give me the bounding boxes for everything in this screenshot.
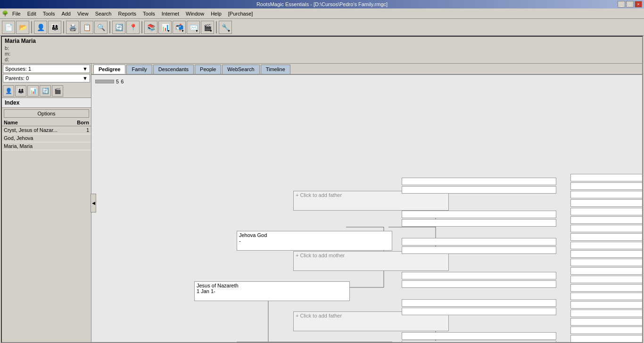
gen3-box[interactable] <box>402 308 556 315</box>
gen4-box[interactable] <box>570 216 642 224</box>
person-box-maria[interactable]: Maria Maria <box>237 342 392 342</box>
tab-websearch[interactable]: WebSearch <box>222 65 259 74</box>
list-item[interactable]: Maria, Maria <box>2 142 91 150</box>
chart-button[interactable]: 📊▼ <box>158 21 172 34</box>
parents-dropdown[interactable]: Parents: 0 ▼ <box>3 74 90 82</box>
menu-purchase[interactable]: [Purchase] <box>225 10 256 17</box>
gen4-box[interactable] <box>570 335 642 342</box>
gen4-box[interactable] <box>570 276 642 283</box>
refresh-icon-btn[interactable]: 🔄 <box>40 85 51 97</box>
gen3-box[interactable] <box>402 219 556 227</box>
scroll-bar-mini[interactable] <box>95 80 114 83</box>
gen3-box[interactable] <box>402 272 556 279</box>
scroll-indicator: 5 6 <box>95 79 124 84</box>
gen4-box[interactable] <box>570 259 642 266</box>
tab-family[interactable]: Family <box>126 65 152 74</box>
settings-button[interactable]: 🔧▼ <box>219 21 232 34</box>
gen3-box[interactable] <box>402 299 556 307</box>
gen4-box[interactable] <box>570 310 642 317</box>
chart-icon-btn[interactable]: 📊 <box>27 85 39 97</box>
main-area: Pedigree Family Descendants People WebSe… <box>91 64 642 342</box>
gen3-box[interactable] <box>402 280 556 288</box>
maximize-button[interactable]: □ <box>626 1 634 8</box>
app-title: RootsMagic Essentials - [D:\Cursos\Pedro… <box>256 1 388 7</box>
gen4-box[interactable] <box>570 250 642 258</box>
tab-timeline[interactable]: Timeline <box>261 65 290 74</box>
gen3-box[interactable] <box>402 332 556 340</box>
gen3-box[interactable] <box>402 238 556 245</box>
gen4-box[interactable] <box>570 293 642 300</box>
family-button[interactable]: 👨‍👩‍👧 <box>48 21 61 34</box>
menu-reports[interactable]: Reports <box>115 10 139 17</box>
chevron-down-icon: ▼ <box>83 75 88 81</box>
gen4-box[interactable] <box>570 182 642 190</box>
gen4-box[interactable] <box>570 301 642 309</box>
open-button[interactable]: 📂 <box>16 21 29 34</box>
tab-people[interactable]: People <box>195 65 221 74</box>
search-button[interactable]: 🔍 <box>94 21 107 34</box>
gen3-box[interactable] <box>402 178 556 185</box>
pin-button[interactable]: 📍 <box>126 21 140 34</box>
pedigree-view[interactable]: 5 6 <box>91 75 642 342</box>
gen4-box[interactable] <box>570 199 642 207</box>
close-button[interactable]: × <box>635 1 642 8</box>
name-column-header: Name <box>4 120 73 125</box>
gen3-box[interactable] <box>402 341 556 342</box>
gen3-box[interactable] <box>402 246 556 254</box>
gen4-box[interactable] <box>570 233 642 241</box>
sidebar-dropdowns: Spouses: 1 ▼ Parents: 0 ▼ <box>2 64 91 84</box>
list-item[interactable]: God, Jehova <box>2 134 91 142</box>
menu-search[interactable]: Search <box>92 10 115 17</box>
index-header: Index <box>2 98 91 108</box>
tab-descendants[interactable]: Descendants <box>153 65 194 74</box>
add-father-1-box[interactable]: + Click to add father <box>293 191 449 211</box>
gen4-box[interactable] <box>570 191 642 198</box>
sidebar-collapse-button[interactable]: ◀ <box>91 194 96 212</box>
person-icon-btn[interactable]: 👤 <box>3 85 14 97</box>
list-item[interactable]: Cryst, Jesus of Nazar... 1 <box>2 126 91 134</box>
media-button[interactable]: 🎬▼ <box>201 21 214 34</box>
gen4-box[interactable] <box>570 208 642 215</box>
person-box-jehova[interactable]: Jehova God - <box>237 231 392 251</box>
gen3-box[interactable] <box>402 211 556 218</box>
spouses-dropdown[interactable]: Spouses: 1 ▼ <box>3 65 90 73</box>
menu-view[interactable]: View <box>74 10 91 17</box>
report2-button[interactable]: 📬▼ <box>173 21 186 34</box>
tab-pedigree[interactable]: Pedigree <box>93 65 125 74</box>
index-list: Cryst, Jesus of Nazar... 1 God, Jehova M… <box>2 126 91 342</box>
birth-info: b: <box>5 45 639 51</box>
person-button[interactable]: 👤 <box>34 21 47 34</box>
gen4-box[interactable] <box>570 327 642 334</box>
title-bar: RootsMagic Essentials - [D:\Cursos\Pedro… <box>0 0 644 8</box>
menu-file[interactable]: File <box>9 10 24 17</box>
print-button[interactable]: 🖨️ <box>66 21 79 34</box>
minimize-button[interactable]: _ <box>618 1 625 8</box>
menu-help[interactable]: Help <box>208 10 224 17</box>
gen4-box[interactable] <box>570 318 642 326</box>
gen4-box[interactable] <box>570 284 642 292</box>
media-icon-btn[interactable]: 🎬 <box>52 85 63 97</box>
title-bar-controls[interactable]: _ □ × <box>618 1 642 8</box>
gen3-box[interactable] <box>402 186 556 194</box>
gen4-box[interactable] <box>570 267 642 275</box>
gen4-box[interactable] <box>570 174 642 181</box>
family-icon-btn[interactable]: 👨‍👩‍👧 <box>15 85 26 97</box>
refresh-button[interactable]: 🔄 <box>112 21 125 34</box>
person-box-jesus[interactable]: Jesus of Nazareth 1 Jan 1- <box>194 281 350 301</box>
menu-edit[interactable]: Edit <box>25 10 39 17</box>
mail-button[interactable]: ✉️▼ <box>187 21 200 34</box>
menu-tools-1[interactable]: Tools <box>40 10 58 17</box>
new-button[interactable]: 📄 <box>2 21 15 34</box>
gen4-box[interactable] <box>570 225 642 232</box>
menu-add[interactable]: Add <box>58 10 74 17</box>
death-info: d: <box>5 57 639 62</box>
menu-internet[interactable]: Internet <box>159 10 182 17</box>
options-button[interactable]: Options <box>4 109 89 118</box>
menu-tools-2[interactable]: Tools <box>140 10 158 17</box>
chevron-down-icon: ▼ <box>83 66 88 72</box>
add-mother-1-box[interactable]: + Click to add mother <box>293 251 449 271</box>
clipboard-button[interactable]: 📋 <box>80 21 93 34</box>
book-button[interactable]: 📚 <box>144 21 157 34</box>
menu-window[interactable]: Window <box>183 10 207 17</box>
gen4-box[interactable] <box>570 242 642 249</box>
